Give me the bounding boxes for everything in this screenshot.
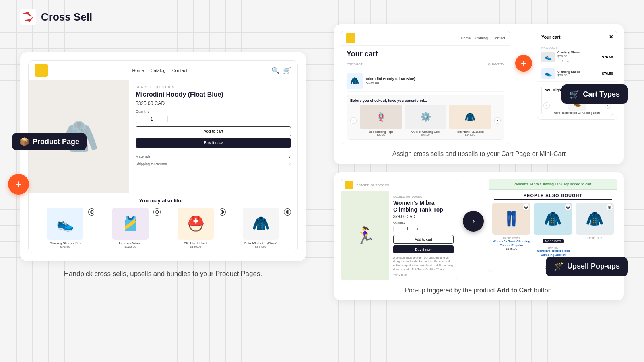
buy-now-button[interactable]: Buy it now: [136, 138, 291, 148]
product-page-card: 📦 Product Page + Home Catalog Contact 🔍: [20, 52, 306, 261]
product-brand: Hanna Braws: [492, 237, 530, 239]
product-price: $145.00: [492, 247, 530, 251]
plus-button-right[interactable]: +: [515, 55, 532, 72]
add-product-icon[interactable]: ⊕: [88, 208, 95, 216]
cart-title: Your cart: [347, 50, 504, 58]
left-panel-description: Handpick cross sells, upsells and bundle…: [20, 270, 306, 278]
cart-page-body: Your cart PRODUCT QUANTITY 🧥 Microdini H…: [341, 46, 510, 144]
list-item: ⊕ 🧥 MORE INFO Trek Top Women's Triolet R…: [534, 203, 572, 260]
next-arrow-button[interactable]: ›: [463, 211, 484, 232]
cart-item-row: 🧥 Microdini Hoody (Float Blue) $335.00: [347, 70, 504, 92]
pd-qty-label: Quantity: [393, 221, 454, 224]
logo-icon: [20, 9, 36, 25]
next-button[interactable]: ›: [494, 117, 501, 124]
mini-item-name: Climbing Shoes: [557, 70, 599, 74]
product-thumb-price: $76.50: [34, 245, 96, 249]
buy-now-button[interactable]: Buy it now: [393, 245, 454, 253]
mini-cart-mock: Your cart ✕ PRODUCT 👟 Climbing Shoes $76…: [537, 31, 617, 120]
mini-cart-header: Your cart ✕: [537, 31, 617, 43]
close-icon[interactable]: ✕: [609, 34, 613, 40]
cart-icon[interactable]: 🛒: [283, 67, 291, 74]
add-product-icon[interactable]: ⊕: [284, 208, 291, 216]
mini-item-info: Climbing Shoes $76.50 - 1 +: [557, 51, 599, 63]
cart-mock-nav: Home Catalog Contact: [341, 31, 510, 46]
product-price: $78.00: [405, 133, 447, 136]
upsell-description: Pop-up triggered by the product Add to C…: [341, 287, 617, 294]
list-item: ⊕ 👟 Climbing Shoes - Kids $76.50: [34, 208, 96, 249]
qty-minus[interactable]: -: [557, 60, 559, 63]
accordion-materials[interactable]: Materials ∨: [136, 153, 291, 160]
upsell-icon: 🪄: [554, 262, 564, 272]
accordion-shipping[interactable]: Shipping & Returns ∨: [136, 160, 291, 168]
store-mockup: Home Catalog Contact 🔍 🛒 🧥: [28, 60, 298, 253]
qty-value: 1: [562, 60, 564, 63]
qty-plus[interactable]: +: [416, 227, 419, 231]
list-item: ⊕ 🎽 Harness - Women $223.00: [99, 208, 161, 249]
before-checkout-items: ‹ 🪢 Blue Climbing Rope $56.00 ⚙️: [350, 105, 501, 136]
prev-button[interactable]: ‹: [543, 102, 550, 109]
cart-description: Assign cross sells and upsells to your C…: [341, 150, 617, 158]
product-thumb-img: ⛑️: [178, 208, 214, 240]
qty-plus[interactable]: +: [162, 117, 164, 121]
product-name: Torrentshell 3L Jacket: [449, 130, 491, 133]
mini-cart-item-row: 👟 Climbing Shoes $76.50 - 1 + $76.5: [541, 51, 613, 63]
more-info-button[interactable]: MORE INFO: [543, 239, 564, 243]
product-name: Blue Climbing Rope: [360, 130, 402, 133]
cart-table-header: PRODUCT QUANTITY: [347, 62, 504, 68]
add-to-cart-button[interactable]: Add to cart: [393, 235, 454, 244]
product-thumb-img: 🎽: [112, 208, 149, 240]
qty-minus[interactable]: −: [139, 117, 142, 121]
add-product-icon[interactable]: ⊕: [153, 208, 161, 216]
left-panel: 📦 Product Page + Home Catalog Contact 🔍: [20, 52, 306, 278]
pd-image: 🏃‍♀️: [341, 191, 389, 280]
product-price: $149.00: [449, 133, 491, 136]
list-item: ⊕ 🧥 Beta AR Jacket (Black) $564.00: [230, 208, 292, 249]
mini-item-total: $76.50: [602, 72, 613, 76]
list-item: ⚙️ AK+R of Climbing Gear $78.00: [405, 105, 447, 136]
product-thumb-name: Climbing Helmet: [165, 241, 227, 245]
add-product-icon[interactable]: ⊕: [606, 204, 613, 211]
list-item: 🧥 Torrentshell 3L Jacket $149.00: [449, 105, 491, 136]
pd-title: Women's Mibra Climbing Tank Top: [393, 200, 454, 213]
cart-item-image: 🧥: [347, 73, 363, 89]
product-brand: Trek Top: [534, 246, 572, 249]
before-checkout-title: Before you checkout, have you considered…: [350, 99, 501, 103]
cart-logo: [346, 33, 355, 43]
brand-name: Cross Sell: [41, 11, 92, 23]
mini-cart-item-row: 👟 Climbing Shoes $76.50 $76.50: [541, 68, 613, 79]
qty-control[interactable]: − 1 +: [136, 115, 168, 123]
mini-item-image: 👟: [541, 68, 555, 79]
checkout-products: 🪢 Blue Climbing Rope $56.00 ⚙️ AK+R of C…: [360, 105, 491, 136]
cart-item-info: Microdini Hoody (Float Blue) $335.00: [366, 77, 504, 85]
plus-button-left[interactable]: +: [8, 174, 29, 195]
product-detail-mock: SCARED OUTDOORS 🏃‍♀️ SCARED OUTDOORS Wom…: [341, 179, 458, 280]
nav-home: Home: [461, 36, 471, 40]
pd-logo: [345, 181, 353, 189]
mini-item-image: 👟: [541, 52, 555, 62]
nav-contact: Contact: [493, 36, 505, 40]
add-product-icon[interactable]: ⊕: [564, 204, 572, 211]
qty-value: 1: [151, 117, 153, 121]
list-item: 🪢 Blue Climbing Rope $56.00: [360, 105, 402, 136]
chevron-down-icon: ∨: [288, 154, 291, 158]
product-name: AK+R of Climbing Gear: [405, 130, 447, 133]
qty-minus[interactable]: −: [396, 227, 398, 231]
qty-plus[interactable]: +: [567, 60, 569, 63]
product-price: $325.00 CAD: [136, 101, 291, 106]
prev-button[interactable]: ‹: [350, 117, 357, 124]
upsell-badge: 🪄 Upsell Pop-ups: [546, 257, 628, 276]
pd-qty-control[interactable]: − 1 +: [393, 226, 421, 232]
search-icon[interactable]: 🔍: [272, 67, 280, 74]
add-to-cart-button[interactable]: Add to cart: [136, 126, 291, 136]
product-detail-body: 🏃‍♀️ SCARED OUTDOORS Women's Mibra Climb…: [341, 191, 458, 280]
cart-types-badge: 🛒 Cart Types: [561, 84, 628, 104]
mini-qty: - 1 +: [557, 60, 599, 63]
chevron-down-icon: ∨: [288, 162, 291, 166]
before-checkout: Before you checkout, have you considered…: [347, 95, 504, 140]
product-thumb-name: Beta AR Jacket (Black): [230, 241, 292, 245]
cart-item-price: $335.00: [366, 81, 504, 85]
box-icon: 📦: [19, 137, 29, 146]
product-thumb-img: 🧥: [243, 208, 279, 240]
store-logo: [35, 64, 48, 77]
add-product-icon[interactable]: ⊕: [219, 208, 226, 216]
